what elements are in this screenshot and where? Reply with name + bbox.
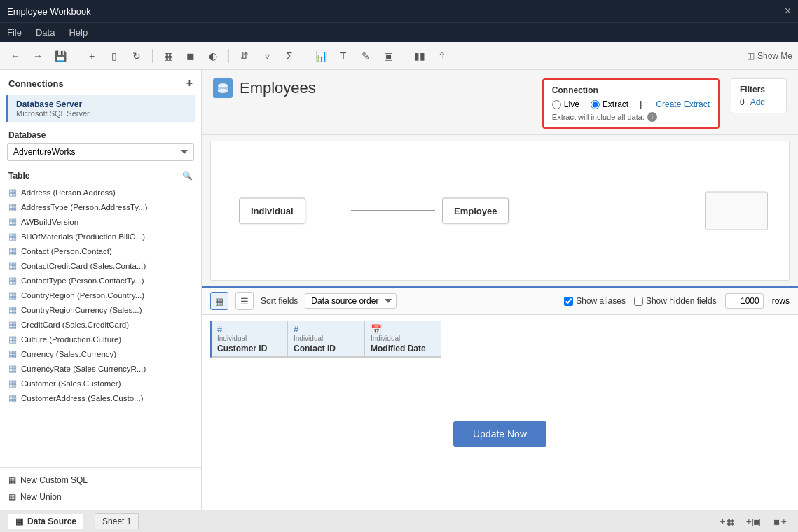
data-column-0: # Individual Customer ID — [210, 321, 287, 358]
show-me-button[interactable]: ◫ Show Me — [747, 51, 792, 61]
data-grid-section: ▦ ☰ Sort fields Data source orderAlphabe… — [202, 286, 798, 510]
list-item[interactable]: ▦ContactType (Person.ContactTy...) — [6, 273, 195, 288]
split-button[interactable]: ◼ — [181, 46, 200, 66]
rows-label: rows — [772, 296, 790, 306]
col-header-2: 📅 Individual Modified Date — [365, 321, 441, 357]
sheet-tab-label: Sheet 1 — [102, 517, 131, 526]
col-header-0: # Individual Customer ID — [212, 321, 287, 357]
list-item[interactable]: ▦CountryRegion (Person.Country...) — [6, 288, 195, 302]
list-item[interactable]: ▦Currency (Sales.Currency) — [6, 346, 195, 361]
info-icon[interactable]: i — [647, 112, 657, 122]
sheet-1-tab[interactable]: Sheet 1 — [95, 513, 139, 529]
grid-right: Show aliases Show hidden fields rows — [564, 293, 790, 309]
new-datasource-icon[interactable]: +▦ — [717, 514, 737, 528]
refresh-button[interactable]: ↻ — [127, 46, 146, 66]
toolbar-right: ◫ Show Me — [747, 51, 792, 61]
sort-fields-select[interactable]: Data source orderAlphabeticalCustom — [305, 293, 397, 309]
new-union-button[interactable]: ▦ New Union — [6, 489, 195, 505]
share-button[interactable]: ⇧ — [432, 46, 452, 66]
edit-button[interactable]: ✎ — [356, 46, 376, 66]
extract-radio[interactable] — [591, 100, 600, 109]
add-datasource-button[interactable]: + — [82, 46, 102, 66]
grid-icon: ▦ — [8, 216, 17, 227]
connection-item[interactable]: Database Server Microsoft SQL Server — [6, 95, 195, 122]
menu-file[interactable]: File — [7, 27, 22, 38]
menu-help[interactable]: Help — [69, 27, 88, 38]
data-source-tab[interactable]: ▦ Data Source — [8, 514, 83, 529]
list-item[interactable]: ▦CountryRegionCurrency (Sales...) — [6, 302, 195, 317]
list-item[interactable]: ▦CreditCard (Sales.CreditCard) — [6, 317, 195, 332]
database-select[interactable]: AdventureWorks — [7, 143, 194, 161]
list-item[interactable]: ▦Address (Person.Address) — [6, 185, 195, 200]
join-line — [351, 210, 435, 211]
filters-row: 0 Add — [740, 97, 778, 107]
menu-data[interactable]: Data — [36, 27, 55, 38]
sidebar: Connections + Database Server Microsoft … — [0, 70, 202, 510]
list-item[interactable]: ▦Contact (Person.Contact) — [6, 244, 195, 258]
main-layout: Connections + Database Server Microsoft … — [0, 70, 798, 510]
show-me-icon: ◫ — [747, 51, 755, 61]
duplicate-sheet-icon[interactable]: ▣+ — [769, 514, 790, 528]
close-button[interactable]: × — [785, 5, 791, 18]
grid-icon: ▦ — [8, 290, 17, 300]
list-item[interactable]: ▦BillOfMaterials (Production.BillO...) — [6, 229, 195, 244]
col-name-2: Modified Date — [371, 342, 435, 354]
menu-bar: File Data Help — [0, 22, 798, 42]
canvas-area: Individual Employee — [210, 141, 790, 281]
list-view-button[interactable]: ☰ — [235, 292, 254, 310]
list-item[interactable]: ▦Culture (Production.Culture) — [6, 332, 195, 346]
extract-label: Extract — [603, 99, 628, 109]
live-radio[interactable] — [552, 100, 561, 109]
duplicate-button[interactable]: ▯ — [104, 46, 124, 66]
extract-radio-option[interactable]: Extract — [591, 99, 628, 109]
show-hidden-checkbox[interactable] — [634, 297, 643, 306]
grid-view-button[interactable]: ▦ — [210, 292, 228, 310]
show-aliases-checkbox[interactable] — [564, 297, 573, 306]
sidebar-footer: ▦ New Custom SQL ▦ New Union — [0, 467, 201, 510]
database-select-wrapper: AdventureWorks — [0, 143, 201, 161]
title-bar-left: Employee Workbook — [7, 6, 91, 17]
grid-icon: ▦ — [8, 202, 17, 212]
data-column-2: 📅 Individual Modified Date — [364, 321, 441, 358]
connection-type: Microsoft SQL Server — [16, 109, 187, 118]
chart-button[interactable]: 📊 — [311, 46, 331, 66]
bar-chart-button[interactable]: ▮▮ — [410, 46, 429, 66]
create-extract-link[interactable]: Create Extract — [656, 99, 710, 109]
live-radio-option[interactable]: Live — [552, 99, 579, 109]
show-aliases-checkbox-label[interactable]: Show aliases — [564, 296, 626, 306]
show-hidden-checkbox-label[interactable]: Show hidden fields — [634, 296, 717, 306]
col-type-icon-0: # — [217, 324, 222, 335]
grid-icon: ▦ — [8, 246, 17, 256]
list-item[interactable]: ▦Customer (Sales.Customer) — [6, 376, 195, 391]
employee-table-card[interactable]: Employee — [442, 198, 509, 224]
forward-button[interactable]: → — [28, 46, 48, 66]
list-item[interactable]: ▦ContactCreditCard (Sales.Conta...) — [6, 258, 195, 273]
aggregate-button[interactable]: Σ — [280, 46, 299, 66]
back-button[interactable]: ← — [6, 46, 25, 66]
toolbar-sep-5 — [404, 49, 404, 63]
view-button[interactable]: ▣ — [378, 46, 398, 66]
list-item[interactable]: ▦CurrencyRate (Sales.CurrencyR...) — [6, 361, 195, 376]
text-button[interactable]: T — [333, 46, 353, 66]
sort-button[interactable]: ⇵ — [235, 46, 254, 66]
new-custom-sql-button[interactable]: ▦ New Custom SQL — [6, 472, 195, 489]
save-button[interactable]: 💾 — [50, 46, 70, 66]
list-item[interactable]: ▦AddressType (Person.AddressTy...) — [6, 200, 195, 214]
more-button[interactable]: ◐ — [203, 46, 223, 66]
filters-add-button[interactable]: Add — [750, 97, 765, 107]
placeholder-box — [705, 192, 768, 230]
list-item[interactable]: ▦AWBuildVersion — [6, 214, 195, 229]
sort-fields-label: Sort fields — [261, 296, 298, 306]
individual-table-card[interactable]: Individual — [239, 198, 305, 224]
add-connection-button[interactable]: + — [186, 77, 193, 90]
grid-icon: ▦ — [8, 304, 17, 315]
filter-button[interactable]: ▿ — [257, 46, 277, 66]
list-item[interactable]: ▦CustomerAddress (Sales.Custo...) — [6, 391, 195, 405]
new-sheet-icon[interactable]: +▣ — [743, 514, 764, 528]
update-now-button[interactable]: Update Now — [453, 421, 546, 447]
search-icon[interactable]: 🔍 — [182, 171, 193, 181]
data-columns: # Individual Customer ID # Individual Co… — [202, 315, 798, 358]
grid-button[interactable]: ▦ — [158, 46, 178, 66]
toolbar-sep-4 — [305, 49, 305, 63]
rows-input[interactable] — [725, 293, 764, 309]
